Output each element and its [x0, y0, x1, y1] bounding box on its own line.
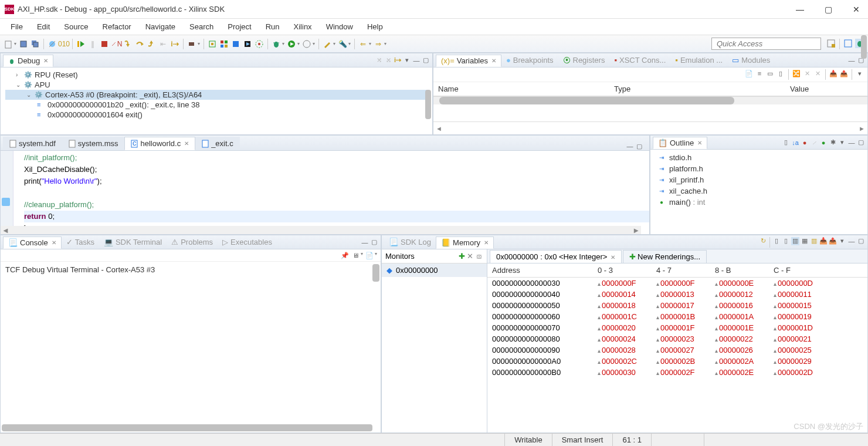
- close-icon[interactable]: ✕: [491, 58, 496, 64]
- close-icon[interactable]: ✕: [484, 239, 489, 246]
- menu-help[interactable]: Help: [361, 20, 389, 33]
- scrollbar-console-h[interactable]: [2, 424, 372, 431]
- mem-tb-3[interactable]: ▯: [782, 237, 790, 245]
- group1-icon[interactable]: [208, 39, 217, 49]
- cycle-icon[interactable]: 010: [59, 39, 69, 49]
- mem-tb-6[interactable]: ▥: [810, 237, 818, 245]
- tab-debug[interactable]: Debug ✕: [3, 55, 53, 67]
- view-menu-icon[interactable]: ▾: [838, 138, 846, 147]
- forward-icon[interactable]: ⇒: [374, 39, 383, 49]
- run-icon[interactable]: [287, 39, 296, 49]
- tab-breakpoints[interactable]: ● Breakpoints: [501, 55, 558, 66]
- scrollbar-console[interactable]: [372, 264, 379, 282]
- minimize-view-icon[interactable]: —: [847, 138, 856, 147]
- minimize-view-icon[interactable]: —: [412, 56, 421, 65]
- outline-main[interactable]: ●main() : int: [653, 197, 865, 208]
- menu-project[interactable]: Project: [222, 20, 257, 33]
- code-editor[interactable]: //init_platform(); Xil_DCacheDisable(); …: [1, 151, 649, 234]
- tab-console[interactable]: 📃 Console ✕: [3, 236, 62, 249]
- profile-icon[interactable]: [302, 39, 311, 49]
- search2-icon[interactable]: 🔦: [338, 39, 347, 49]
- group3-icon[interactable]: [231, 39, 240, 49]
- mem-tb-2[interactable]: ▯: [772, 237, 781, 245]
- memory-table[interactable]: Address 0 - 3 4 - 7 8 - B C - F 00000000…: [487, 263, 867, 433]
- outline-tb-5[interactable]: ●: [819, 138, 828, 147]
- scrollbar-editor-h[interactable]: ◄►: [1, 226, 641, 234]
- terminate-icon[interactable]: [100, 39, 109, 49]
- outline-tb-3[interactable]: ●: [801, 138, 809, 147]
- skip-breakpoints-icon[interactable]: [48, 39, 57, 49]
- menu-file[interactable]: File: [5, 20, 29, 33]
- vars-tb-icon-5[interactable]: 🔀: [792, 69, 801, 77]
- close-icon[interactable]: ✕: [52, 239, 56, 246]
- tab-sdk-terminal[interactable]: 💻 SDK Terminal: [99, 236, 167, 248]
- console-tb-pin-icon[interactable]: 📌: [341, 251, 349, 259]
- tab-emulation[interactable]: ▪ Emulation ...: [670, 55, 727, 66]
- step-over-icon[interactable]: [135, 39, 144, 49]
- close-button[interactable]: ✕: [849, 2, 863, 16]
- tree-node-apu[interactable]: ⌄⚙️APU: [5, 80, 428, 90]
- menu-window[interactable]: Window: [320, 20, 359, 33]
- tab-xsct[interactable]: ▪ XSCT Cons...: [609, 55, 670, 66]
- outline-include[interactable]: ⇥xil_printf.h: [653, 174, 865, 185]
- resume-icon[interactable]: [76, 39, 86, 49]
- minimize-view-icon[interactable]: —: [361, 238, 369, 246]
- back-icon[interactable]: ⇐: [358, 39, 368, 49]
- maximize-button[interactable]: ▢: [821, 2, 835, 16]
- scrollbar-debug[interactable]: [425, 90, 431, 119]
- tree-node-core[interactable]: ⌄⚙️Cortex-A53 #0 (Breakpoint: _exit), EL…: [5, 90, 428, 100]
- left-arrow-icon[interactable]: ◄: [436, 125, 442, 132]
- outline-include[interactable]: ⇥platform.h: [653, 163, 865, 174]
- memory-row[interactable]: 0000000000000030▴0000000F▴0000000F▴00000…: [487, 278, 867, 289]
- remove-all-icon[interactable]: ⦻: [476, 252, 483, 261]
- scrollbar-vars-h[interactable]: [433, 96, 867, 104]
- monitor-item[interactable]: ◆0x00000000: [382, 263, 487, 277]
- memory-row[interactable]: 00000000000000A0▴0000002C▴0000002B▴00000…: [487, 356, 867, 367]
- sdk-persp-icon[interactable]: [843, 39, 853, 48]
- mem-tb-1[interactable]: ↻: [759, 237, 767, 245]
- mem-tb-8[interactable]: 📤: [829, 237, 837, 245]
- tab-problems[interactable]: ⚠ Problems: [167, 236, 218, 248]
- memory-row[interactable]: 0000000000000050▴00000018▴00000017▴00000…: [487, 300, 867, 311]
- mem-tb-7[interactable]: 📥: [819, 237, 828, 245]
- menu-run[interactable]: Run: [260, 20, 286, 33]
- rendering-tab[interactable]: 0x00000000 : 0x0 <Hex Integer> ✕: [490, 250, 622, 263]
- group2-icon[interactable]: [219, 39, 229, 49]
- remove-monitor-icon[interactable]: ✕: [467, 252, 473, 261]
- maximize-view-icon[interactable]: ▢: [370, 238, 378, 246]
- outline-tb-2[interactable]: ↓a: [791, 138, 799, 147]
- new-rendering-tab[interactable]: ✚ New Renderings...: [623, 250, 707, 263]
- tab-executables[interactable]: ▷ Executables: [218, 236, 277, 248]
- step-return-icon[interactable]: [147, 39, 156, 49]
- minimize-view-icon[interactable]: —: [847, 56, 856, 65]
- vars-tb-icon-8[interactable]: 📥: [829, 69, 838, 77]
- tab-outline[interactable]: 📋 Outline ✕: [653, 137, 707, 149]
- editor-tab-mss[interactable]: system.mss: [62, 137, 125, 150]
- right-arrow-icon[interactable]: ►: [859, 125, 865, 132]
- tree-node-frame0[interactable]: ≡0x0000000000001b20 _exit(): _exit.c, li…: [5, 100, 428, 110]
- close-icon[interactable]: ✕: [43, 58, 48, 64]
- step-into-icon[interactable]: [123, 39, 133, 49]
- build-icon[interactable]: [187, 39, 196, 49]
- tab-registers[interactable]: ⦿ Registers: [558, 55, 610, 66]
- menu-source[interactable]: Source: [58, 20, 94, 33]
- editor-tab-hdf[interactable]: system.hdf: [3, 137, 62, 150]
- filter-icon[interactable]: ⤨: [375, 56, 383, 65]
- memory-row[interactable]: 0000000000000040▴00000014▴00000013▴00000…: [487, 289, 867, 300]
- minimize-view-icon[interactable]: —: [626, 142, 634, 150]
- outline-include[interactable]: ⇥stdio.h: [653, 152, 865, 163]
- disconnect-icon[interactable]: ⟋N: [111, 39, 121, 49]
- menu-xilinx[interactable]: Xilinx: [288, 20, 318, 33]
- save-icon[interactable]: [19, 39, 28, 49]
- view-menu-icon[interactable]: ▾: [838, 237, 846, 245]
- view-menu-icon[interactable]: ▾: [403, 56, 411, 65]
- memory-row[interactable]: 0000000000000060▴0000001C▴0000001B▴00000…: [487, 311, 867, 322]
- outline-tb-4[interactable]: ⟋: [810, 138, 818, 147]
- memory-row[interactable]: 0000000000000090▴00000028▴00000027▴00000…: [487, 344, 867, 356]
- tree-node-frame1[interactable]: ≡0x0000000000001604 exit(): [5, 110, 428, 120]
- close-icon[interactable]: ✕: [184, 140, 189, 147]
- drop-frame-icon[interactable]: ⇤: [158, 39, 168, 49]
- save-all-icon[interactable]: [30, 39, 40, 49]
- group5-icon[interactable]: [255, 39, 264, 49]
- menu-search[interactable]: Search: [184, 20, 219, 33]
